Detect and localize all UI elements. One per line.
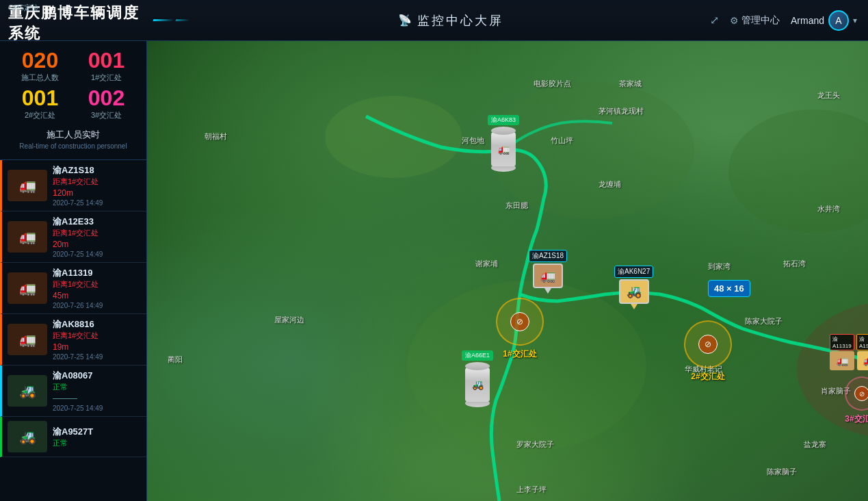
map-label: 龙王头: [817, 90, 840, 101]
monitor-icon: 📡: [398, 14, 412, 27]
vehicle-thumb: 🚛: [8, 324, 47, 355]
vehicle-item[interactable]: 🚛 渝AK8816 距离1#交汇处 19m 2020-7-25 14:49: [0, 314, 146, 365]
cylinder-top-2: [465, 362, 490, 370]
vehicle-distance: 120m: [53, 188, 141, 198]
map-label: 茅河镇龙现村: [599, 106, 644, 116]
management-label: 管理中心: [741, 14, 780, 27]
stat-label-2: 2#交汇处: [7, 110, 73, 120]
vehicle-item[interactable]: 🚛 渝AZ1S18 距离1#交汇处 120m 2020-7-25 14:49: [0, 160, 146, 211]
vehicle-plate: 渝A9527T: [53, 426, 141, 438]
cylinder-marker-2[interactable]: 渝A66E1 🚜: [462, 350, 493, 407]
map-label: 茶家城: [619, 79, 642, 89]
map-label: 拓石湾: [783, 259, 806, 269]
vehicle-distance: 19m: [53, 342, 141, 352]
route-path: [147, 41, 868, 501]
cylinder-body-1: 🚛: [491, 132, 516, 166]
map-vehicle-marker-1[interactable]: 渝AZ1S18 🚛: [529, 250, 567, 294]
intersection-1-inner: ⊘: [510, 312, 529, 331]
map-area[interactable]: 电影胶片点 茶家城 龙王头 朝福村 河包地 竹山坪 茅河镇龙现村 龙缠埔 水井湾…: [147, 41, 868, 501]
stat-intersection-2: 001 2#交汇处: [7, 87, 73, 120]
intersection-3-label: 3#交汇处: [845, 413, 868, 425]
intersection-2-inner: ⊘: [698, 335, 718, 354]
stat-intersection-3: 002 3#交汇处: [73, 87, 140, 120]
vehicle-time: 2020-7-25 14:49: [53, 404, 141, 412]
map-vehicle-img-1: 🚛: [533, 264, 563, 288]
vehicle-list: 🚛 渝AZ1S18 距离1#交汇处 120m 2020-7-25 14:49 🚛…: [0, 160, 146, 501]
intersection-1-marker[interactable]: ⊘ 1#交汇处: [496, 298, 544, 360]
header-divider: [153, 19, 192, 21]
management-center-button[interactable]: ⚙ 管理中心: [730, 14, 780, 27]
vehicle-distance: 20m: [53, 240, 141, 249]
stat-value-2: 001: [7, 87, 73, 109]
vehicle-info: 渝A12E33 距离1#交汇处 20m 2020-7-25 14:49: [53, 216, 141, 258]
vehicle-thumb: 🚜: [8, 375, 47, 407]
user-name: Armand: [791, 15, 824, 26]
stats-area: 020 施工总人数 001 1#交汇处 001 2#交汇处 002 3#交汇处: [0, 41, 146, 160]
vehicle-plate: 渝AZ1S18: [53, 164, 141, 177]
cylinder-top-1: [491, 127, 516, 135]
map-label: 龙缠埔: [599, 179, 621, 190]
vehicle-plate: 渝A08067: [53, 370, 141, 382]
intersection-3-marker[interactable]: ⊘ 3#交汇处: [845, 376, 868, 425]
marker-plate-1: 渝AZ1S18: [529, 250, 567, 262]
map-label: 屋家河边: [274, 315, 304, 325]
map-label: 水井湾: [817, 204, 840, 214]
stat-total-workers: 020 施工总人数: [7, 49, 73, 83]
map-label: 河包地: [462, 136, 484, 146]
vehicle-status: 距离1#交汇处: [53, 228, 141, 238]
stat-label-3: 3#交汇处: [73, 110, 140, 120]
vehicle-thumb: 🚛: [8, 170, 47, 201]
intersection-2-marker[interactable]: ⊘ 2#交汇处: [684, 320, 732, 383]
header-title-area: GPS定位 重庆鹏博车辆调度系统: [0, 0, 192, 44]
stat-value-3: 002: [73, 87, 140, 109]
stats-row-2: 001 2#交汇处 002 3#交汇处: [7, 87, 140, 120]
map-label: 陈家大院子: [745, 316, 782, 326]
vehicle-info: 渝A11319 距离1#交汇处 45m 2020-7-26 14:49: [53, 267, 141, 309]
small-img-2: 🚛: [857, 351, 868, 370]
map-label: 朝福村: [205, 131, 227, 142]
intersection-3-inner: ⊘: [854, 386, 868, 401]
vehicle-time: 2020-7-26 14:49: [53, 302, 141, 309]
vehicle-time: 2020-7-25 14:49: [53, 353, 141, 361]
vehicle-thumb: 🚜: [8, 421, 47, 452]
vehicle-time: 2020-7-25 14:49: [53, 250, 141, 258]
vehicle-status: 距离1#交汇处: [53, 279, 141, 290]
marker-pin-1: [544, 288, 551, 294]
map-label: 竹山坪: [551, 136, 573, 146]
header: GPS定位 重庆鹏博车辆调度系统 📡 监控中心大屏 ⤢ ⚙ 管理中心 Arman…: [0, 0, 868, 41]
vehicle-item[interactable]: 🚜 渝A9527T 正常: [0, 417, 146, 457]
vehicle-thumb: 🚛: [8, 221, 47, 253]
header-center: 📡 监控中心大屏: [192, 12, 710, 29]
intersection-2-label: 2#交汇处: [691, 371, 724, 383]
section-title: 施工人员实时: [7, 125, 140, 142]
vehicle-item[interactable]: 🚛 渝A12E33 距离1#交汇处 20m 2020-7-25 14:49: [0, 211, 146, 263]
map-label: 东田腮: [505, 201, 528, 211]
main-content: 020 施工总人数 001 1#交汇处 001 2#交汇处 002 3#交汇处: [0, 41, 868, 501]
user-section[interactable]: Armand A ▾: [791, 10, 857, 31]
vehicle-item[interactable]: 🚜 渝A08067 正常 ——— 2020-7-25 14:49: [0, 365, 146, 417]
user-avatar: A: [828, 10, 849, 31]
stats-row-1: 020 施工总人数 001 1#交汇处: [7, 49, 140, 83]
cylinder-marker-1[interactable]: 渝A6K83 🚛: [488, 115, 519, 172]
intersection-3-circle: ⊘: [845, 376, 868, 411]
map-label: 陈家脑子: [767, 467, 797, 477]
info-popup[interactable]: 48 × 16: [708, 280, 750, 297]
vehicle-plate: 渝A12E33: [53, 216, 141, 228]
small-vehicle-2[interactable]: 渝A1SE33 🚛: [856, 334, 868, 370]
stat-label-1: 1#交汇处: [73, 73, 140, 83]
map-vehicle-marker-2[interactable]: 渝AK6N27 🚜: [614, 266, 653, 309]
header-right: ⤢ ⚙ 管理中心 Armand A ▾: [710, 10, 868, 31]
map-label: 电影胶片点: [534, 79, 571, 89]
section-subtitle: Real-time of construction personnel: [7, 142, 140, 154]
map-label: 蔺阳: [168, 355, 183, 365]
intersection-1-circle: ⊘: [496, 298, 544, 346]
vehicle-info: 渝A9527T 正常: [53, 426, 141, 448]
vehicle-item[interactable]: 🚛 渝A11319 距离1#交汇处 45m 2020-7-26 14:49: [0, 263, 146, 314]
gear-icon: ⚙: [730, 15, 739, 26]
small-vehicle-1[interactable]: 渝A11319 🚛: [830, 334, 854, 370]
chevron-down-icon: ▾: [853, 16, 857, 25]
fullscreen-button[interactable]: ⤢: [710, 14, 719, 27]
map-vehicle-img-2: 🚜: [619, 279, 649, 304]
map-label: 到家湾: [708, 261, 731, 272]
stat-intersection-1: 001 1#交汇处: [73, 49, 140, 83]
